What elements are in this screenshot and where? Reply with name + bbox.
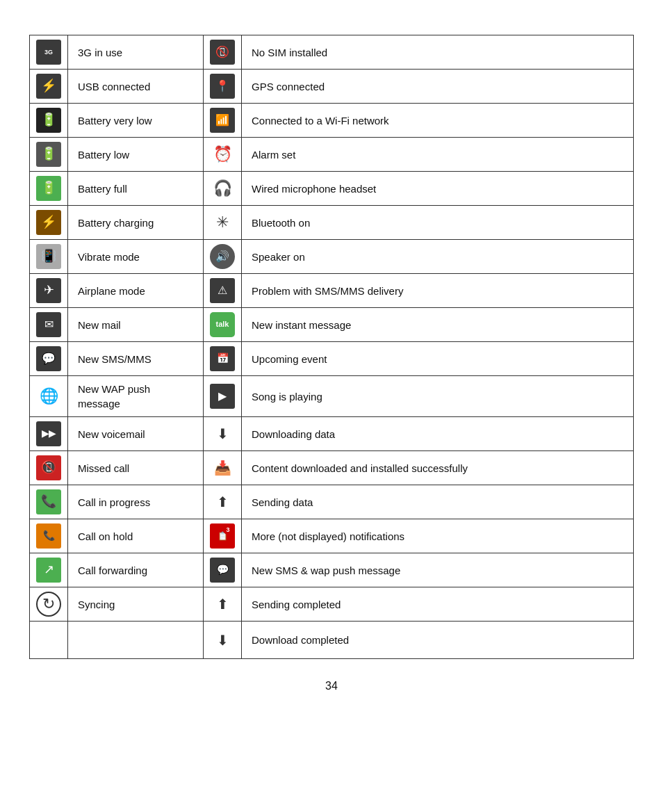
right-icon-cell: ⏰ [204,138,242,172]
right-label-cell: Connected to a Wi-Fi network [242,104,634,138]
wifi-icon: 📶 [210,108,235,133]
left-icon-cell: ⚡ [30,70,68,104]
left-icon-cell: ✈ [30,274,68,308]
callfwd-icon: ↗ [36,558,61,583]
table-row: 📞 Call in progress ⬆ Sending data [30,485,634,519]
left-label-cell: Call in progress [68,485,204,519]
table-row: 💬 New SMS/MMS 📅 Upcoming event [30,342,634,376]
3g-icon: 3G [36,40,61,65]
page-number: 34 [325,680,338,692]
left-icon-cell: 🔋 [30,138,68,172]
table-row: ✈ Airplane mode ⚠ Problem with SMS/MMS d… [30,274,634,308]
right-icon-cell: 📍 [204,70,242,104]
gps-icon: 📍 [210,74,235,99]
left-icon-cell: 🌐 [30,376,68,417]
left-label-cell: Battery full [68,172,204,206]
send-icon: ⬆ [210,489,235,514]
dlcomplete-icon: ⬇ [210,628,235,653]
right-icon-cell: 🔊 [204,240,242,274]
right-label-cell: Alarm set [242,138,634,172]
mail-icon: ✉ [36,312,61,337]
right-icon-cell: 📵 [204,35,242,70]
right-icon-cell: 💬 [204,553,242,587]
right-label-cell: No SIM installed [242,35,634,70]
headset-icon: 🎧 [210,176,235,201]
left-icon-cell: ▶▶ [30,417,68,451]
table-row: 📞 Call on hold 3📋 More (not displayed) n… [30,519,634,553]
table-row: 📵 Missed call 📥 Content downloaded and i… [30,451,634,485]
missed-icon: 📵 [36,455,61,480]
left-icon-cell: ✉ [30,308,68,342]
right-label-cell: GPS connected [242,70,634,104]
right-icon-cell: talk [204,308,242,342]
battery-vlow-icon: 🔋 [36,108,61,133]
no-sim-icon: 📵 [210,40,235,65]
voicemail-icon: ▶▶ [36,421,61,446]
right-label-cell: Sending data [242,485,634,519]
bluetooth-icon: ✳ [210,210,235,235]
downloaded-icon: 📥 [210,455,235,480]
right-icon-cell: 📅 [204,342,242,376]
left-icon-cell: 📞 [30,519,68,553]
table-row: 3G 3G in use 📵 No SIM installed [30,35,634,70]
downloading-icon: ⬇ [210,421,235,446]
right-label-cell: Speaker on [242,240,634,274]
left-icon-cell: ⚡ [30,206,68,240]
left-icon-cell: 📞 [30,485,68,519]
wap-icon: 🌐 [36,384,61,409]
left-icon-cell: 📵 [30,451,68,485]
table-row: 🌐 New WAP push message ▶ Song is playing [30,376,634,417]
right-label-cell: Bluetooth on [242,206,634,240]
left-label-cell: Vibrate mode [68,240,204,274]
right-label-cell: Upcoming event [242,342,634,376]
table-row: ↗ Call forwarding 💬 New SMS & wap push m… [30,553,634,587]
right-label-cell: Wired microphone headset [242,172,634,206]
left-label-cell: Missed call [68,451,204,485]
left-label-cell: Airplane mode [68,274,204,308]
left-label-cell: New mail [68,308,204,342]
left-icon-cell: ↻ [30,587,68,622]
left-icon-cell: ↗ [30,553,68,587]
left-label-cell: New WAP push message [68,376,204,417]
right-label-cell: Download completed [242,622,634,659]
table-row: 🔋 Battery low ⏰ Alarm set [30,138,634,172]
callinprog-icon: 📞 [36,489,61,514]
left-label-cell [68,622,204,659]
right-label-cell: Downloading data [242,417,634,451]
left-label-cell: Call forwarding [68,553,204,587]
battery-charge-icon: ⚡ [36,210,61,235]
left-icon-cell: 🔋 [30,172,68,206]
left-label-cell: Battery charging [68,206,204,240]
right-label-cell: Sending completed [242,587,634,622]
table-row: ⚡ USB connected 📍 GPS connected [30,70,634,104]
left-icon-cell: 3G [30,35,68,70]
left-icon-cell: 🔋 [30,104,68,138]
sync-icon: ↻ [36,592,61,617]
right-icon-cell: ⬆ [204,485,242,519]
right-icon-cell: ⬆ [204,587,242,622]
icon-reference-table: 3G 3G in use 📵 No SIM installed ⚡ USB co… [29,35,634,659]
right-label-cell: More (not displayed) notifications [242,519,634,553]
right-label-cell: Problem with SMS/MMS delivery [242,274,634,308]
callhold-icon: 📞 [36,523,61,549]
right-label-cell: Song is playing [242,376,634,417]
airplane-icon: ✈ [36,278,61,303]
right-icon-cell: 🎧 [204,172,242,206]
vibrate-icon: 📳 [36,244,61,269]
left-label-cell: USB connected [68,70,204,104]
left-label-cell: New SMS/MMS [68,342,204,376]
sms-problem-icon: ⚠ [210,278,235,303]
right-icon-cell: 📥 [204,451,242,485]
right-icon-cell: ✳ [204,206,242,240]
battery-full-icon: 🔋 [36,176,61,201]
table-row: ✉ New mail talk New instant message [30,308,634,342]
right-icon-cell: ⬇ [204,417,242,451]
left-label-cell: 3G in use [68,35,204,70]
usb-icon: ⚡ [36,74,61,99]
left-label-cell: Battery low [68,138,204,172]
battery-low-icon: 🔋 [36,142,61,167]
left-label-cell: Syncing [68,587,204,622]
play-icon: ▶ [210,384,235,409]
sms-icon: 💬 [36,346,61,371]
right-label-cell: New instant message [242,308,634,342]
